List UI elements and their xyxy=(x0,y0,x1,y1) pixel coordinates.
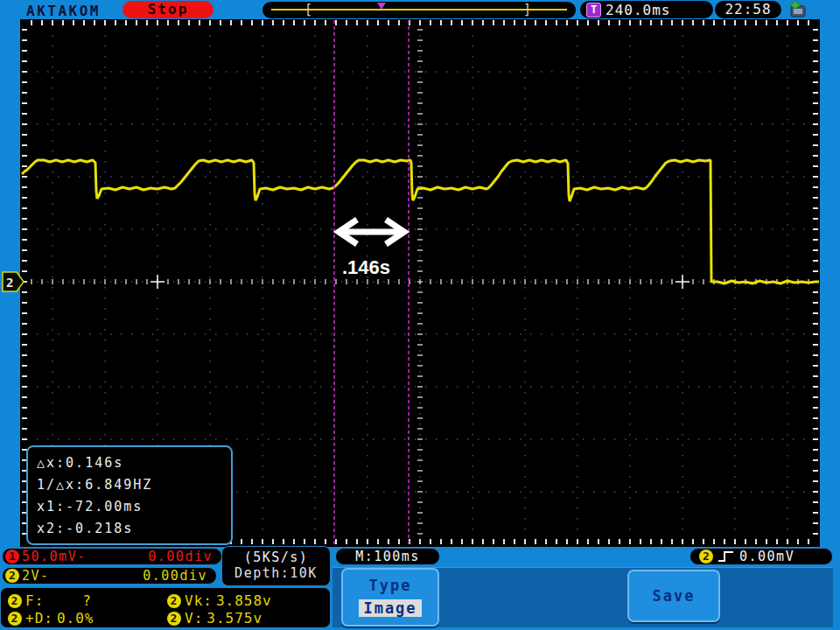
top-status-bar: AKTAKOM Stop [ ] T 240.0ms 22:58 xyxy=(0,0,840,19)
channel2-scale: 2V- xyxy=(22,568,50,584)
measurement-frequency: 2 F: ? xyxy=(8,592,92,609)
meas-v-badge: 2 xyxy=(167,612,181,626)
measure-inverse-delta-x: 1/△x:6.849HZ xyxy=(37,474,231,496)
measurement-vk: 2 Vk:3.858v xyxy=(167,592,272,609)
usb-storage-icon xyxy=(785,1,809,18)
meas-vk-label: Vk: xyxy=(185,592,213,609)
trigger-position-bar: [ ] xyxy=(262,2,576,18)
trigger-position-marker-icon xyxy=(377,3,386,10)
memory-depth: Depth:10K xyxy=(222,565,330,581)
channel1-offset: 0.00div xyxy=(148,549,213,564)
measure-x2: x2:-0.218s xyxy=(37,518,231,540)
timebase-value: M:100ms xyxy=(355,549,420,564)
meas-f-badge: 2 xyxy=(8,594,22,608)
trigger-level-value: 0.00mV xyxy=(739,549,794,564)
meas-d-badge: 2 xyxy=(8,612,22,626)
cursor-measurement-panel: △x:0.146s 1/△x:6.849HZ x1:-72.00ms x2:-0… xyxy=(26,445,233,545)
meas-vk-badge: 2 xyxy=(167,594,181,608)
sample-rate: (5KS/s) xyxy=(222,550,330,565)
clock: 22:58 xyxy=(715,1,781,18)
measure-x1: x1:-72.00ms xyxy=(37,496,231,518)
window-bracket-right: ] xyxy=(523,2,531,18)
meas-v-value: 3.575v xyxy=(206,610,262,626)
save-button[interactable]: Save xyxy=(627,570,720,622)
acquisition-stop-button[interactable]: Stop xyxy=(122,1,214,18)
meas-d-value: 0.0% xyxy=(57,610,94,626)
rising-edge-icon xyxy=(718,550,735,564)
channel1-settings-readout: 1 50.0mV- 0.00div xyxy=(2,548,222,565)
channel1-badge: 1 xyxy=(5,550,19,564)
type-button-title: Type xyxy=(343,577,438,594)
trigger-delay-readout: T 240.0ms xyxy=(580,1,713,18)
timebase-readout: M:100ms xyxy=(335,548,440,565)
meas-f-value: ? xyxy=(82,592,92,609)
trigger-t-icon: T xyxy=(586,3,601,18)
measurement-v: 2 V:3.575v xyxy=(167,610,262,626)
meas-vk-value: 3.858v xyxy=(216,592,272,609)
sample-info-panel: (5KS/s) Depth:10K xyxy=(221,546,331,586)
trigger-delay-value: 240.0ms xyxy=(606,2,670,18)
channel1-scale: 50.0mV- xyxy=(22,549,87,564)
cursor-delta-annotation: .146s xyxy=(342,256,390,279)
channel2-settings-readout: 2 2V- 0.00div xyxy=(2,567,217,584)
meas-f-label: F: xyxy=(25,592,44,609)
type-menu-button[interactable]: Type Image xyxy=(341,568,439,626)
window-bracket-left: [ xyxy=(304,2,312,18)
channel2-marker-label: 2 xyxy=(6,276,13,290)
channel2-offset: 0.00div xyxy=(143,568,207,584)
trigger-level-readout: 2 0.00mV xyxy=(690,548,833,565)
measurement-duty: 2 +D:0.0% xyxy=(8,610,94,626)
measure-delta-x: △x:0.146s xyxy=(37,452,231,474)
trigger-source-badge: 2 xyxy=(699,550,713,564)
type-button-value[interactable]: Image xyxy=(359,599,421,617)
meas-v-label: V: xyxy=(185,610,203,626)
brand-logo: AKTAKOM xyxy=(26,3,101,19)
channel2-badge: 2 xyxy=(5,569,19,583)
meas-d-label: +D: xyxy=(25,610,53,626)
measurement-readout-panel: 2 F: ? 2 Vk:3.858v 2 +D:0.0% 2 V:3.575v xyxy=(0,587,331,628)
